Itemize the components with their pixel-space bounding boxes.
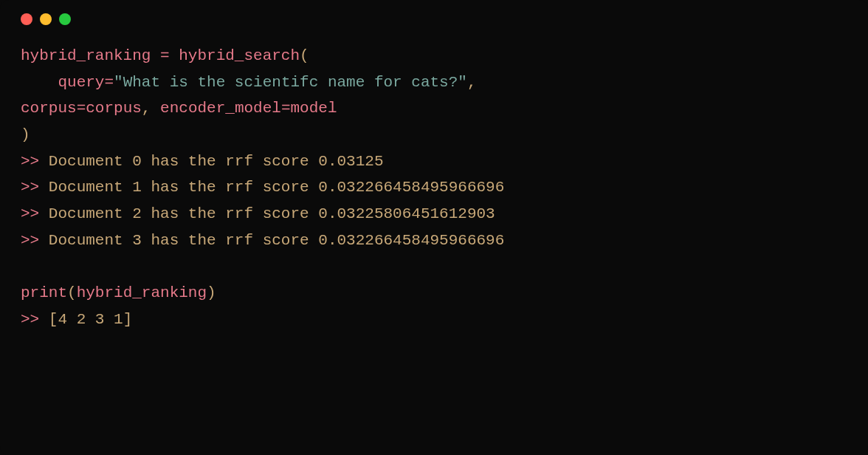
output-prompt: >> [21,232,39,249]
param-corpus: corpus [21,100,77,117]
print-function: print [21,284,67,301]
param-query: query [58,74,104,91]
output-text: Document 2 has the rrf score 0.032258064… [39,205,495,222]
code-block: hybrid_ranking = hybrid_search( query="W… [21,43,847,333]
comma: , [142,100,151,117]
paren-open: ( [300,47,309,64]
arg-model: model [291,100,337,117]
string-literal: "What is the scientifc name for cats?" [114,74,467,91]
close-icon[interactable] [21,13,32,25]
result-values: 4 2 3 1 [58,311,123,328]
output-text: Document 1 has the rrf score 0.032266458… [39,179,504,196]
space [39,311,49,328]
print-arg: hybrid_ranking [77,284,207,301]
output-prompt: >> [21,153,39,170]
param-encoder: encoder_model [160,100,281,117]
space [151,100,160,117]
assignment-op: = [151,47,179,64]
function-name: hybrid_search [179,47,300,64]
window-controls [21,13,847,25]
paren-close: ) [21,126,30,143]
bracket-close: ] [123,311,133,328]
comma: , [467,74,477,91]
minimize-icon[interactable] [40,13,52,25]
variable-name: hybrid_ranking [21,47,151,64]
paren-close: ) [207,284,216,301]
indent [21,74,58,91]
arg-corpus: corpus [86,100,142,117]
output-text: Document 0 has the rrf score 0.03125 [39,153,383,170]
eq-op: = [77,100,86,117]
bracket-open: [ [49,311,58,328]
maximize-icon[interactable] [59,13,71,25]
eq-op: = [281,100,291,117]
output-prompt: >> [21,205,39,222]
eq-op: = [104,74,114,91]
output-prompt: >> [21,311,39,328]
terminal-window: hybrid_ranking = hybrid_search( query="W… [0,0,868,455]
output-text: Document 3 has the rrf score 0.032266458… [39,232,504,249]
paren-open: ( [67,284,77,301]
output-prompt: >> [21,179,39,196]
